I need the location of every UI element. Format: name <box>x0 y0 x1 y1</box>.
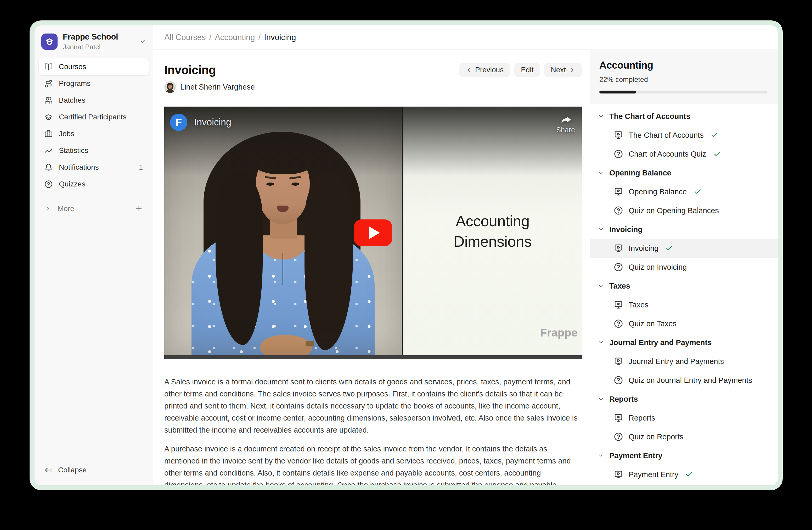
breadcrumb: All Courses / Accounting / Invoicing <box>164 33 296 42</box>
outline-item-label: Taxes <box>629 301 649 309</box>
chevron-down-icon <box>139 38 146 45</box>
help-circle-icon <box>614 376 623 385</box>
previous-button[interactable]: Previous <box>459 63 510 77</box>
outline-quiz-quiz-on-reports[interactable]: Quiz on Reports <box>590 427 778 446</box>
course-outline: Accounting 22% completed The Chart of Ac… <box>590 50 778 485</box>
share-icon <box>559 114 572 125</box>
chevron-right-icon <box>569 67 575 73</box>
outline-quiz-quiz-on-taxes[interactable]: Quiz on Taxes <box>590 314 778 333</box>
lesson-actions: Previous Edit Next <box>459 63 582 77</box>
outline-section-title: Opening Balance <box>609 169 671 177</box>
outline-section-title: Journal Entry and Payments <box>609 338 712 347</box>
outline-section-title: Reports <box>609 395 638 404</box>
monitor-play-icon <box>614 131 623 140</box>
sidebar-item-certified-participants[interactable]: Certified Participants <box>39 109 149 125</box>
sidebar-item-programs[interactable]: Programs <box>39 75 149 92</box>
sidebar-item-label: Jobs <box>59 130 74 138</box>
video-header: F Invoicing <box>170 114 231 131</box>
sidebar-nav: CoursesProgramsBatchesCertified Particip… <box>39 58 149 193</box>
notification-count-badge: 1 <box>139 163 143 171</box>
next-button[interactable]: Next <box>544 63 582 77</box>
outline-section-the-chart-of-accounts[interactable]: The Chart of Accounts <box>590 107 778 126</box>
outline-quiz-quiz-on-journal-entry-and-payments[interactable]: Quiz on Journal Entry and Payments <box>590 371 778 390</box>
outline-lesson-journal-entry-and-payments[interactable]: Journal Entry and Payments <box>590 352 778 371</box>
video-player[interactable]: Accounting Dimensions Frappe F Invoicing <box>164 107 582 359</box>
add-button[interactable] <box>135 205 143 213</box>
users-icon <box>44 96 53 104</box>
sidebar-item-batches[interactable]: Batches <box>39 92 149 109</box>
outline-section-invoicing[interactable]: Invoicing <box>590 220 778 239</box>
app-window: Frappe School Jannat Patel CoursesProgra… <box>34 25 778 485</box>
progress-bar <box>599 90 767 94</box>
outline-lesson-taxes[interactable]: Taxes <box>590 295 778 314</box>
frappe-watermark: Frappe <box>540 326 578 339</box>
outline-lesson-invoicing[interactable]: Invoicing <box>590 239 778 258</box>
video-bottom-bar <box>164 355 582 359</box>
outline-lesson-opening-balance[interactable]: Opening Balance <box>590 182 778 201</box>
monitor-play-icon <box>614 470 623 479</box>
presenter-brow <box>289 176 301 179</box>
outline-section-journal-entry-and-payments[interactable]: Journal Entry and Payments <box>590 333 778 352</box>
page-title: Invoicing <box>164 63 216 77</box>
outline-item-label: Journal Entry and Payments <box>629 357 724 366</box>
outline-section-taxes[interactable]: Taxes <box>590 277 778 295</box>
collapse-sidebar-button[interactable]: Collapse <box>39 462 149 478</box>
course-title: Accounting <box>599 60 767 71</box>
outline-section-payment-entry[interactable]: Payment Entry <box>590 446 778 465</box>
outline-quiz-chart-of-accounts-quiz[interactable]: Chart of Accounts Quiz <box>590 144 778 163</box>
outline-list: The Chart of AccountsThe Chart of Accoun… <box>590 104 778 485</box>
outline-quiz-quiz-on-invoicing[interactable]: Quiz on Invoicing <box>590 258 778 277</box>
breadcrumb-current: Invoicing <box>264 33 296 42</box>
edit-button[interactable]: Edit <box>514 63 540 77</box>
chevron-down-icon <box>598 396 604 402</box>
channel-avatar[interactable]: F <box>170 114 187 131</box>
author-avatar <box>164 81 176 93</box>
content-row: Invoicing Previous Edit Next <box>153 50 778 485</box>
outline-section-opening-balance[interactable]: Opening Balance <box>590 163 778 182</box>
user-name: Jannat Patel <box>63 43 118 51</box>
breadcrumb-all-courses[interactable]: All Courses <box>164 33 206 42</box>
bell-icon <box>44 163 53 171</box>
presenter-brow <box>265 176 276 179</box>
outline-section-title: Payment Entry <box>609 451 662 460</box>
workspace-switcher[interactable]: Frappe School Jannat Patel <box>39 29 149 56</box>
share-label: Share <box>556 126 575 134</box>
video-title[interactable]: Invoicing <box>194 117 231 128</box>
lesson-paragraph: A purchase invoice is a document created… <box>164 443 582 485</box>
collapse-label: Collapse <box>58 466 87 474</box>
outline-quiz-quiz-on-opening-balances[interactable]: Quiz on Opening Balances <box>590 201 778 220</box>
outline-lesson-the-chart-of-accounts[interactable]: The Chart of Accounts <box>590 126 778 144</box>
help-circle-icon <box>44 180 53 188</box>
outline-item-label: Quiz on Taxes <box>629 319 677 328</box>
arrow-left-to-line-icon <box>44 466 52 474</box>
monitor-play-icon <box>614 187 623 196</box>
slide-line-1: Accounting <box>403 211 582 231</box>
chevron-down-icon <box>598 113 604 120</box>
chevron-down-icon <box>598 170 604 176</box>
play-icon <box>369 226 380 239</box>
outline-section-reports[interactable]: Reports <box>590 390 778 408</box>
next-label: Next <box>551 66 566 74</box>
help-circle-icon <box>614 150 623 158</box>
outline-item-label: Quiz on Invoicing <box>629 263 687 271</box>
sidebar-item-jobs[interactable]: Jobs <box>39 125 149 142</box>
presenter-hair-strand <box>305 172 353 350</box>
sidebar-item-statistics[interactable]: Statistics <box>39 142 149 159</box>
sidebar-more[interactable]: More <box>39 200 149 217</box>
outline-lesson-payment-entry[interactable]: Payment Entry <box>590 465 778 484</box>
progress-bar-fill <box>599 90 636 94</box>
breadcrumb-accounting[interactable]: Accounting <box>215 33 255 42</box>
sidebar-item-label: Programs <box>59 79 90 88</box>
sidebar-item-courses[interactable]: Courses <box>39 58 149 75</box>
completed-check-icon <box>665 244 673 252</box>
sidebar-item-notifications[interactable]: Notifications1 <box>39 159 149 176</box>
sidebar-item-quizzes[interactable]: Quizzes <box>39 176 149 193</box>
sidebar-item-label: Statistics <box>59 147 88 155</box>
sidebar-item-label: Quizzes <box>59 180 85 188</box>
route-icon <box>44 80 53 88</box>
frappe-school-logo <box>41 33 58 50</box>
completed-check-icon <box>710 131 719 139</box>
play-button[interactable] <box>354 220 392 246</box>
outline-lesson-reports[interactable]: Reports <box>590 408 778 427</box>
share-button[interactable]: Share <box>556 114 575 134</box>
